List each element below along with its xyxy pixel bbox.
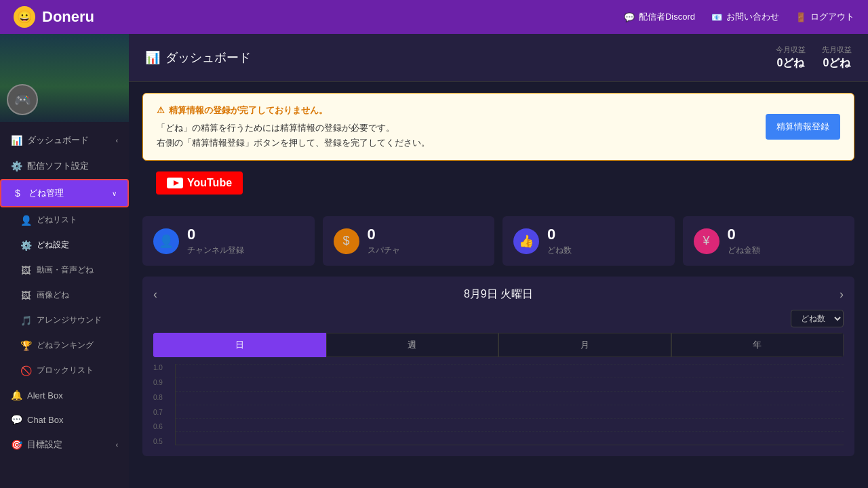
chart-y-labels: 1.0 0.9 0.8 0.7 0.6 0.5: [153, 364, 174, 445]
chart-tab-day[interactable]: 日: [153, 333, 326, 357]
sidebar-item-chat-box[interactable]: 💬 Chat Box: [0, 407, 129, 432]
top-header: 😀 Doneru 💬 配信者Discord 📧 お問い合わせ 🚪 ログアウト: [0, 0, 868, 34]
chevron-down-icon: ∨: [112, 190, 117, 197]
logo-area: 😀 Doneru: [14, 6, 94, 28]
youtube-button[interactable]: YouTube: [156, 171, 243, 195]
grid-line-3: [176, 391, 844, 392]
sound-icon: 🎵: [20, 315, 31, 326]
header-discord[interactable]: 💬 配信者Discord: [624, 11, 695, 23]
header-nav: 💬 配信者Discord 📧 お問い合わせ 🚪 ログアウト: [624, 11, 854, 23]
last-month-revenue: 先月収益 0どね: [822, 45, 852, 70]
logo-text: Doneru: [42, 8, 94, 26]
chart-tabs: 日 週 月 年: [153, 333, 844, 357]
current-month-revenue: 今月収益 0どね: [776, 45, 806, 70]
stat-card-superchat: $ 0 スパチャ: [323, 216, 495, 266]
content-header: 📊 ダッシュボード 今月収益 0どね 先月収益 0どね: [129, 34, 868, 82]
content-area: 📊 ダッシュボード 今月収益 0どね 先月収益 0どね ⚠ 精算情報の登録が完了…: [129, 34, 868, 488]
chart-prev-button[interactable]: ‹: [153, 287, 157, 302]
stats-row: 👤 0 チャンネル登録 $ 0 スパチャ 👍 0 どね数: [142, 216, 854, 266]
chart-title: 8月9日 火曜日: [464, 287, 533, 302]
chart-grid: 1.0 0.9 0.8 0.7 0.6 0.5: [153, 364, 844, 445]
grid-line-1: [176, 364, 844, 365]
image-icon: 🖼: [20, 290, 31, 301]
chart-area: ‹ 8月9日 火曜日 › どね数 日 週 月 年 1.0 0.9 0.8: [142, 277, 854, 456]
video-icon: 🖼: [20, 265, 31, 276]
sidebar-item-done-settings[interactable]: ⚙️ どね設定: [0, 232, 129, 258]
sidebar-profile: 🎮: [0, 34, 129, 122]
sidebar-item-alert-box[interactable]: 🔔 Alert Box: [0, 383, 129, 407]
grid-lines: [176, 364, 844, 445]
header-logout[interactable]: 🚪 ログアウト: [795, 11, 854, 23]
stat-card-done-amount: ¥ 0 どね金額: [683, 216, 855, 266]
gear-icon: ⚙️: [11, 161, 22, 171]
target-icon: 🎯: [11, 439, 22, 450]
stat-done-amount-info: 0 どね金額: [728, 226, 760, 256]
sidebar-item-done-ranking[interactable]: 🏆 どねランキング: [0, 333, 129, 358]
stat-card-channel: 👤 0 チャンネル登録: [142, 216, 315, 266]
sidebar-nav: 📊 ダッシュボード ‹ ⚙️ 配信ソフト設定 $ どね管理 ∨ 👤 どねリスト: [0, 122, 129, 488]
alert-banner: ⚠ 精算情報の登録が完了しておりません。 「どね」の精算を行うためには精算情報の…: [142, 93, 854, 161]
dashboard-icon: 📊: [11, 135, 22, 146]
grid-line-4: [176, 405, 844, 405]
sidebar-item-streaming[interactable]: ⚙️ 配信ソフト設定: [0, 153, 129, 179]
chart-metric-select[interactable]: どね数: [791, 310, 844, 327]
chat-icon: 💬: [11, 414, 22, 425]
main-layout: 🎮 📊 ダッシュボード ‹ ⚙️ 配信ソフト設定 $ どね管理 ∨ 👤: [0, 34, 868, 488]
logout-icon: 🚪: [795, 12, 806, 22]
chart-controls: どね数: [153, 310, 844, 327]
chart-plot: [175, 364, 844, 445]
youtube-icon: [167, 178, 183, 188]
sidebar-item-goal-settings[interactable]: 🎯 目標設定 ‹: [0, 432, 129, 458]
stat-channel-info: 0 チャンネル登録: [187, 226, 244, 256]
chart-tab-year[interactable]: 年: [671, 333, 844, 357]
revenue-area: 今月収益 0どね 先月収益 0どね: [776, 45, 852, 70]
page-title-icon: 📊: [145, 50, 160, 65]
header-contact[interactable]: 📧 お問い合わせ: [711, 11, 779, 23]
sidebar-item-dashboard[interactable]: 📊 ダッシュボード ‹: [0, 127, 129, 153]
ranking-icon: 🏆: [20, 340, 31, 351]
alert-text: ⚠ 精算情報の登録が完了しておりません。 「どね」の精算を行うためには精算情報の…: [157, 103, 430, 150]
user-icon: 👤: [20, 215, 31, 226]
grid-line-6: [176, 431, 844, 432]
grid-line-2: [176, 378, 844, 378]
superchat-icon: $: [334, 228, 359, 254]
sidebar: 🎮 📊 ダッシュボード ‹ ⚙️ 配信ソフト設定 $ どね管理 ∨ 👤: [0, 34, 129, 488]
chart-tab-week[interactable]: 週: [326, 333, 499, 357]
chart-tab-month[interactable]: 月: [498, 333, 671, 357]
warning-icon: ⚠: [157, 103, 165, 118]
stat-superchat-info: 0 スパチャ: [368, 226, 400, 256]
sidebar-item-image-done[interactable]: 🖼 画像どね: [0, 283, 129, 308]
sidebar-item-done-mgmt[interactable]: $ どね管理 ∨: [0, 179, 129, 207]
contact-icon: 📧: [711, 12, 722, 22]
block-icon: 🚫: [20, 365, 31, 376]
discord-icon: 💬: [624, 12, 635, 22]
stat-done-count-info: 0 どね数: [547, 226, 572, 256]
register-settlement-button[interactable]: 精算情報登録: [766, 114, 840, 140]
youtube-area: YouTube: [142, 171, 854, 205]
sidebar-item-done-list[interactable]: 👤 どねリスト: [0, 207, 129, 232]
page-title: 📊 ダッシュボード: [145, 49, 251, 66]
settings-icon: ⚙️: [20, 240, 31, 251]
avatar: 🎮: [7, 84, 38, 115]
sidebar-item-arrange-sound[interactable]: 🎵 アレンジサウンド: [0, 308, 129, 333]
done-amount-icon: ¥: [694, 228, 719, 254]
done-count-icon: 👍: [513, 228, 539, 254]
logo-icon: 😀: [14, 6, 35, 28]
sidebar-item-video-done[interactable]: 🖼 動画・音声どね: [0, 258, 129, 283]
dollar-icon: $: [12, 188, 23, 199]
chart-header: ‹ 8月9日 火曜日 ›: [153, 287, 844, 302]
channel-icon: 👤: [153, 228, 179, 254]
bell-icon: 🔔: [11, 390, 22, 401]
chevron-icon: ‹: [116, 137, 118, 144]
chart-next-button[interactable]: ›: [840, 287, 844, 302]
chevron-icon-goal: ‹: [116, 441, 118, 449]
grid-line-5: [176, 418, 844, 419]
sidebar-item-block-list[interactable]: 🚫 ブロックリスト: [0, 358, 129, 383]
stat-card-done-count: 👍 0 どね数: [502, 216, 675, 266]
